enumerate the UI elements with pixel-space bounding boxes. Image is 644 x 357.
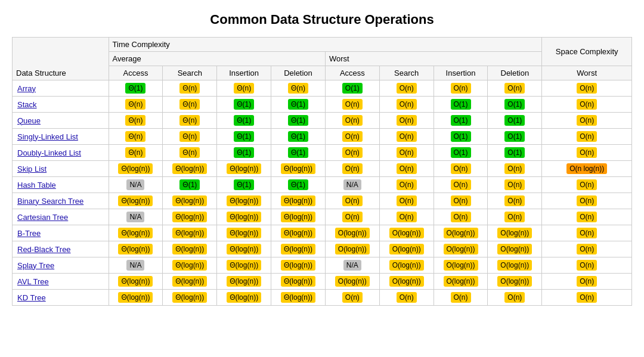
avg-access: Θ(log(n))	[109, 193, 163, 209]
avg-insertion: Θ(log(n))	[217, 161, 271, 177]
avg-insertion: Θ(n)	[217, 80, 271, 97]
complexity-table: Data Structure Time Complexity Space Com…	[12, 37, 632, 306]
worst-search: O(n)	[379, 161, 434, 177]
avg-search: Θ(log(n))	[163, 161, 217, 177]
worst-insertion: O(log(n))	[434, 225, 488, 241]
avg-insertion: Θ(log(n))	[217, 241, 271, 257]
worst-deletion: O(1)	[488, 129, 542, 145]
table-row: QueueΘ(n)Θ(n)Θ(1)Θ(1)O(n)O(n)O(1)O(1)O(n…	[13, 113, 632, 129]
worst-deletion: O(1)	[488, 145, 542, 161]
ds-name[interactable]: Hash Table	[13, 177, 109, 193]
col-avg-deletion: Deletion	[271, 66, 326, 80]
worst-access: O(1)	[325, 80, 379, 97]
worst-search: O(n)	[379, 290, 434, 306]
ds-name[interactable]: Array	[13, 80, 109, 97]
avg-insertion: Θ(1)	[217, 129, 271, 145]
avg-search: Θ(n)	[163, 145, 217, 161]
table-row: B-TreeΘ(log(n))Θ(log(n))Θ(log(n))Θ(log(n…	[13, 225, 632, 241]
ds-name[interactable]: Stack	[13, 97, 109, 113]
avg-access: Θ(n)	[109, 113, 163, 129]
avg-insertion: Θ(1)	[217, 97, 271, 113]
space-worst: O(n)	[542, 145, 632, 161]
ds-name[interactable]: B-Tree	[13, 225, 109, 241]
table-row: KD TreeΘ(log(n))Θ(log(n))Θ(log(n))Θ(log(…	[13, 290, 632, 306]
worst-insertion: O(log(n))	[434, 241, 488, 257]
ds-name[interactable]: AVL Tree	[13, 274, 109, 290]
ds-name[interactable]: Queue	[13, 113, 109, 129]
worst-insertion: O(n)	[434, 177, 488, 193]
header-row-1: Data Structure Time Complexity Space Com…	[13, 38, 632, 52]
ds-name[interactable]: Red-Black Tree	[13, 241, 109, 257]
avg-deletion: Θ(log(n))	[271, 209, 326, 225]
avg-deletion: Θ(log(n))	[271, 193, 326, 209]
worst-insertion: O(1)	[434, 129, 488, 145]
table-row: AVL TreeΘ(log(n))Θ(log(n))Θ(log(n))Θ(log…	[13, 274, 632, 290]
ds-name[interactable]: Cartesian Tree	[13, 209, 109, 225]
avg-insertion: Θ(log(n))	[217, 274, 271, 290]
space-worst: O(n)	[542, 193, 632, 209]
col-worst-access: Access	[325, 66, 379, 80]
worst-deletion: O(1)	[488, 97, 542, 113]
worst-access: O(n)	[325, 193, 379, 209]
col-avg-search: Search	[163, 66, 217, 80]
worst-access: O(n)	[325, 145, 379, 161]
avg-insertion: Θ(log(n))	[217, 290, 271, 306]
space-worst: O(n)	[542, 274, 632, 290]
worst-access: O(log(n))	[325, 225, 379, 241]
col-space-worst: Worst	[542, 66, 632, 80]
col-header-worst: Worst	[325, 52, 541, 66]
worst-insertion: O(n)	[434, 209, 488, 225]
worst-access: N/A	[325, 177, 379, 193]
col-worst-search: Search	[379, 66, 434, 80]
avg-deletion: Θ(log(n))	[271, 257, 326, 274]
worst-insertion: O(1)	[434, 97, 488, 113]
worst-access: O(log(n))	[325, 241, 379, 257]
avg-access: Θ(n)	[109, 129, 163, 145]
space-worst: O(n)	[542, 225, 632, 241]
avg-insertion: Θ(1)	[217, 113, 271, 129]
avg-deletion: Θ(log(n))	[271, 290, 326, 306]
avg-access: Θ(log(n))	[109, 274, 163, 290]
avg-access: N/A	[109, 209, 163, 225]
worst-search: O(n)	[379, 80, 434, 97]
avg-deletion: Θ(1)	[271, 113, 326, 129]
avg-access: Θ(n)	[109, 97, 163, 113]
worst-access: O(n)	[325, 161, 379, 177]
avg-deletion: Θ(log(n))	[271, 241, 326, 257]
avg-search: Θ(n)	[163, 113, 217, 129]
col-avg-insertion: Insertion	[217, 66, 271, 80]
worst-search: O(n)	[379, 209, 434, 225]
avg-access: Θ(log(n))	[109, 161, 163, 177]
ds-name[interactable]: Singly-Linked List	[13, 129, 109, 145]
worst-deletion: O(n)	[488, 161, 542, 177]
worst-deletion: O(log(n))	[488, 225, 542, 241]
col-header-avg: Average	[109, 52, 325, 66]
table-row: Binary Search TreeΘ(log(n))Θ(log(n))Θ(lo…	[13, 193, 632, 209]
ds-name[interactable]: Splay Tree	[13, 257, 109, 274]
ds-name[interactable]: KD Tree	[13, 290, 109, 306]
ds-name[interactable]: Skip List	[13, 161, 109, 177]
worst-deletion: O(1)	[488, 113, 542, 129]
worst-insertion: O(n)	[434, 193, 488, 209]
table-row: Skip ListΘ(log(n))Θ(log(n))Θ(log(n))Θ(lo…	[13, 161, 632, 177]
ds-name[interactable]: Binary Search Tree	[13, 193, 109, 209]
space-worst: O(n)	[542, 257, 632, 274]
avg-insertion: Θ(1)	[217, 145, 271, 161]
space-worst: O(n log(n))	[542, 161, 632, 177]
space-worst: O(n)	[542, 209, 632, 225]
ds-name[interactable]: Doubly-Linked List	[13, 145, 109, 161]
avg-search: Θ(log(n))	[163, 193, 217, 209]
space-worst: O(n)	[542, 177, 632, 193]
space-worst: O(n)	[542, 97, 632, 113]
worst-deletion: O(n)	[488, 177, 542, 193]
worst-insertion: O(n)	[434, 80, 488, 97]
col-header-ds: Data Structure	[13, 38, 109, 80]
avg-deletion: Θ(1)	[271, 97, 326, 113]
space-worst: O(n)	[542, 241, 632, 257]
worst-insertion: O(log(n))	[434, 257, 488, 274]
worst-search: O(n)	[379, 145, 434, 161]
table-row: Cartesian TreeN/AΘ(log(n))Θ(log(n))Θ(log…	[13, 209, 632, 225]
worst-insertion: O(1)	[434, 145, 488, 161]
space-worst: O(n)	[542, 113, 632, 129]
table-row: Singly-Linked ListΘ(n)Θ(n)Θ(1)Θ(1)O(n)O(…	[13, 129, 632, 145]
